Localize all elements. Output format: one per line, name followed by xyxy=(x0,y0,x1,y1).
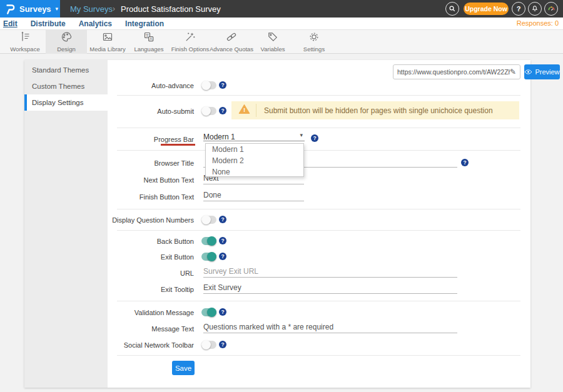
validation-message-toggle[interactable] xyxy=(201,308,216,316)
back-button-toggle[interactable] xyxy=(201,237,216,245)
advance-quotas-chain-icon xyxy=(226,31,237,45)
display-question-numbers-help-icon[interactable]: ? xyxy=(219,216,226,223)
divider xyxy=(117,230,520,231)
divider xyxy=(117,95,520,96)
nav-tab-integration[interactable]: Integration xyxy=(125,19,164,28)
product-name: Surveys xyxy=(19,4,51,14)
auto-submit-warning: ! Submit button will be hidden for pages… xyxy=(231,101,519,119)
section-nav: Edit Distribute Analytics Integration Re… xyxy=(0,18,563,30)
media-library-icon xyxy=(102,31,113,45)
top-bar: Surveys ▾ My Surveys › Product Satisfact… xyxy=(0,0,563,18)
themes-sidebar: Standard Themes Custom Themes Display Se… xyxy=(24,60,108,388)
back-button-help-icon[interactable]: ? xyxy=(219,237,226,244)
auto-advance-help-icon[interactable]: ? xyxy=(219,81,226,89)
message-text-input[interactable]: Questions marked with a * are required xyxy=(203,323,457,333)
dropdown-option-modern-2[interactable]: Modern 2 xyxy=(206,155,303,166)
nav-tab-edit[interactable]: Edit xyxy=(3,19,18,28)
sidebar-item-display-settings[interactable]: Display Settings xyxy=(24,94,108,111)
social-network-toolbar-label: Social Network Toolbar xyxy=(108,341,194,349)
preview-button[interactable]: Preview xyxy=(524,64,560,79)
dropdown-option-modern-1[interactable]: Modern 1 xyxy=(206,144,303,155)
breadcrumb-separator-icon: › xyxy=(113,0,115,18)
survey-url-field[interactable]: https://www.questionpro.com/t/AW22Zh44 ✎ xyxy=(393,64,520,79)
auto-submit-toggle[interactable] xyxy=(201,107,216,115)
exit-button-help-icon[interactable]: ? xyxy=(219,253,226,260)
validation-message-help-icon[interactable]: ? xyxy=(219,308,226,316)
variables-tag-icon xyxy=(267,31,278,45)
design-toolbar: Workspace Design Media Library 文A Langua… xyxy=(0,30,563,54)
edit-url-pencil-icon[interactable]: ✎ xyxy=(510,68,516,76)
usage-gauge-icon[interactable] xyxy=(544,2,558,16)
social-network-toolbar-row: Social Network Toolbar ? xyxy=(108,340,530,350)
back-button-row: Back Button ? xyxy=(108,236,530,246)
exit-button-row: Exit Button ? xyxy=(108,252,530,262)
divider xyxy=(117,150,520,151)
questionpro-logo-icon xyxy=(5,3,16,15)
display-question-numbers-toggle[interactable] xyxy=(201,216,216,224)
eye-icon xyxy=(524,69,532,75)
finish-button-text-input[interactable]: Done xyxy=(203,191,304,201)
breadcrumb-parent[interactable]: My Surveys xyxy=(70,0,113,18)
languages-icon: 文A xyxy=(143,31,155,45)
back-button-label: Back Button xyxy=(108,237,194,246)
toolbar-item-variables[interactable]: Variables xyxy=(252,30,293,54)
toolbar-item-design[interactable]: Design xyxy=(46,30,87,54)
exit-tooltip-label: Exit Tooltip xyxy=(108,285,194,294)
nav-tab-analytics[interactable]: Analytics xyxy=(79,19,112,28)
workspace-list-icon xyxy=(19,31,31,45)
social-network-toolbar-toggle[interactable] xyxy=(201,341,216,349)
save-button[interactable]: Save xyxy=(172,361,195,375)
product-switcher[interactable]: Surveys ▾ xyxy=(0,0,60,18)
notifications-bell-icon[interactable] xyxy=(528,2,542,16)
svg-text:!: ! xyxy=(243,106,245,113)
next-button-text-label: Next Button Text xyxy=(108,176,194,184)
upgrade-now-button[interactable]: Upgrade Now xyxy=(464,3,509,15)
chevron-down-icon: ▾ xyxy=(56,6,59,12)
exit-url-input[interactable]: Survey Exit URL xyxy=(203,267,457,278)
help-circle-icon[interactable]: ? xyxy=(512,2,525,16)
browser-title-row: Browser Title ? xyxy=(108,158,530,168)
exit-tooltip-input[interactable]: Exit Survey xyxy=(203,283,457,294)
display-question-numbers-label: Display Question Numbers xyxy=(108,216,194,224)
sidebar-item-custom-themes[interactable]: Custom Themes xyxy=(24,78,108,94)
exit-button-toggle[interactable] xyxy=(201,253,216,261)
next-button-text-row: Next Button Text Next xyxy=(108,175,530,185)
page-title: Product Satisfaction Survey xyxy=(121,0,221,18)
message-text-row: Message Text Questions marked with a * a… xyxy=(108,324,530,334)
progress-bar-selected-value: Modern 1 xyxy=(203,133,235,141)
display-question-numbers-row: Display Question Numbers ? xyxy=(108,215,530,225)
divider xyxy=(117,128,520,128)
divider xyxy=(117,301,520,301)
progress-bar-select[interactable]: Modern 1 ▾ xyxy=(203,131,305,141)
display-settings-form: Auto-advance ? Auto-submit ? ! Submit bu… xyxy=(108,60,530,388)
auto-advance-toggle[interactable] xyxy=(201,81,216,89)
browser-title-help-icon[interactable]: ? xyxy=(461,159,469,166)
toolbar-item-settings[interactable]: Settings xyxy=(293,30,335,54)
toolbar-item-advance-quotas[interactable]: Advance Quotas xyxy=(211,30,252,54)
toolbar-item-workspace[interactable]: Workspace xyxy=(4,30,46,54)
validation-message-label: Validation Message xyxy=(108,308,194,317)
toolbar-item-media-library[interactable]: Media Library xyxy=(87,30,128,54)
warning-divider xyxy=(256,104,256,117)
responses-count[interactable]: Responses: 0 xyxy=(517,19,559,27)
exit-url-row: URL Survey Exit URL xyxy=(108,268,530,278)
finish-button-text-label: Finish Button Text xyxy=(108,193,194,201)
survey-url-value[interactable]: https://www.questionpro.com/t/AW22Zh44 xyxy=(397,68,510,76)
dropdown-option-none[interactable]: None xyxy=(206,166,303,178)
toolbar-item-finish-options[interactable]: Finish Options xyxy=(170,30,211,54)
sidebar-item-standard-themes[interactable]: Standard Themes xyxy=(24,62,108,78)
nav-tab-distribute[interactable]: Distribute xyxy=(31,19,66,28)
auto-submit-help-icon[interactable]: ? xyxy=(219,107,226,114)
warning-text: Submit button will be hidden for pages w… xyxy=(264,106,493,115)
svg-text:A: A xyxy=(150,37,152,41)
progress-bar-help-icon[interactable]: ? xyxy=(311,134,318,142)
progress-bar-dropdown: Modern 1 Modern 2 None xyxy=(205,143,304,177)
validation-message-row: Validation Message ? xyxy=(108,308,530,318)
progress-bar-label: Progress Bar xyxy=(108,135,194,144)
finish-options-wand-icon xyxy=(185,31,196,45)
message-text-label: Message Text xyxy=(108,324,194,333)
social-network-toolbar-help-icon[interactable]: ? xyxy=(219,341,226,348)
warning-triangle-icon: ! xyxy=(238,104,250,117)
toolbar-item-languages[interactable]: 文A Languages xyxy=(128,30,170,54)
search-icon[interactable] xyxy=(445,2,459,16)
